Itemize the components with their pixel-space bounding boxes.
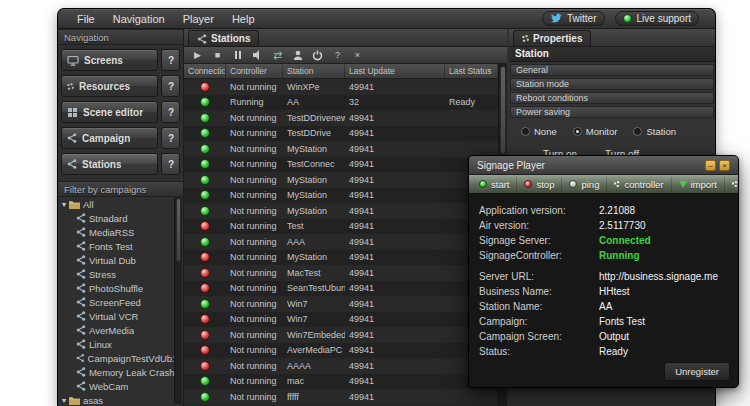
campaign-item-icon — [76, 339, 86, 349]
menu-help[interactable]: Help — [223, 13, 264, 25]
tree-item[interactable]: ▾ CampaignTestVdUb123 — [58, 351, 174, 365]
menu-player[interactable]: Player — [174, 13, 223, 25]
window-close-button[interactable]: × — [719, 160, 730, 171]
col-connection[interactable]: Connection — [184, 64, 226, 78]
volume-button[interactable] — [249, 49, 266, 62]
sidebar-item-scene-editor[interactable]: Scene editor — [61, 101, 158, 123]
stop-button[interactable]: ■ — [209, 49, 226, 62]
table-row[interactable]: Not running Win7 49941 — [184, 296, 498, 312]
col-controller[interactable]: Controller — [226, 64, 283, 78]
table-row[interactable]: Not running MyStation 49941 — [184, 188, 498, 204]
tree-item[interactable]: ▾ Stnadard — [58, 211, 174, 225]
table-row[interactable]: Not running fffff 49941 — [184, 389, 498, 405]
sidebar-item-resources[interactable]: Resources — [61, 75, 158, 97]
player-toolbar-button[interactable]: controller — [607, 177, 671, 192]
tree-item[interactable]: ▾ MediaRSS — [58, 225, 174, 239]
table-row[interactable]: Not running Test 49941 — [184, 219, 498, 235]
tree-item[interactable]: ▾ Virtual VCR — [58, 309, 174, 323]
scrollbar-thumb[interactable] — [500, 66, 506, 154]
accordion-section[interactable]: Power saving — [510, 106, 714, 118]
tree-item[interactable]: ▾ Stress — [58, 267, 174, 281]
player-toolbar-button[interactable]: stop — [517, 177, 562, 192]
menu-navigation[interactable]: Navigation — [104, 13, 174, 25]
player-field-value: Output — [599, 331, 629, 342]
tree-item[interactable]: ▾ Memory Leak Crash — [58, 365, 174, 379]
col-last-status[interactable]: Last Status — [445, 64, 498, 78]
last-update-cell: 49941 — [345, 283, 445, 293]
tree-item[interactable]: ▾ All — [58, 197, 174, 211]
accordion-section[interactable]: Reboot conditions — [510, 92, 714, 104]
table-row[interactable]: Not running AverMediaPC 49941 — [184, 343, 498, 359]
unregister-button[interactable]: Unregister — [664, 362, 730, 381]
pause-button[interactable] — [229, 49, 246, 62]
table-row[interactable]: Not running MyStation 49941 — [184, 172, 498, 188]
tree-item[interactable]: ▾ Virtual Dub — [58, 253, 174, 267]
table-row[interactable]: Running AA 32 Ready — [184, 95, 498, 111]
sidebar-item-screens[interactable]: Screens — [61, 49, 158, 71]
radio-option[interactable]: Monitor — [573, 126, 618, 137]
col-last-update[interactable]: Last Update — [345, 64, 445, 78]
station-cell: MyStation — [283, 175, 345, 185]
sidebar-item-stations[interactable]: Stations — [61, 153, 158, 175]
play-button[interactable]: ▶ — [189, 49, 206, 62]
table-row[interactable]: Not running Win7Embeded 49941 — [184, 327, 498, 343]
table-row[interactable]: Not running MyStation 49941 — [184, 141, 498, 157]
tree-item[interactable]: ▾ ScreenFeed — [58, 295, 174, 309]
controller-cell: Not running — [226, 221, 283, 231]
minimize-button[interactable]: – — [705, 160, 716, 171]
tree-item[interactable]: ▾ Linux — [58, 337, 174, 351]
tab-stations[interactable]: Stations — [188, 30, 259, 46]
accordion-section[interactable]: Station mode — [510, 78, 714, 90]
player-toolbar-button[interactable]: import — [672, 177, 725, 192]
connection-cell — [184, 314, 226, 324]
table-row[interactable]: Not running mac 49941 — [184, 374, 498, 390]
table-row[interactable]: Not running TestDDrivenew 49941 — [184, 110, 498, 126]
help-button[interactable]: ? — [329, 49, 346, 62]
campaign-item-icon — [76, 269, 86, 279]
sidebar-item-campaign[interactable]: Campaign — [61, 127, 158, 149]
tree-scrollbar[interactable] — [174, 197, 182, 404]
radio-option[interactable]: Station — [633, 126, 676, 137]
player-field-label: Station Name: — [479, 301, 599, 312]
table-row[interactable]: Not running MacTest 49941 — [184, 265, 498, 281]
player-toolbar-button[interactable]: start — [472, 177, 517, 192]
power-button[interactable] — [309, 49, 326, 62]
connection-status-icon — [200, 252, 210, 262]
player-titlebar[interactable]: Signage Player – × — [469, 156, 738, 175]
tab-properties[interactable]: Properties — [513, 30, 591, 46]
table-row[interactable]: Not running Win7 49941 — [184, 312, 498, 328]
live-support-button[interactable]: Live support — [615, 11, 699, 26]
user-button[interactable] — [289, 49, 306, 62]
scene-editor-help-button[interactable]: ? — [161, 101, 180, 123]
twitter-button[interactable]: Twitter — [542, 11, 604, 26]
table-row[interactable]: Not running SeanTestUbuntu 49941 — [184, 281, 498, 297]
player-toolbar-button[interactable]: setting — [725, 177, 739, 192]
table-row[interactable]: Not running AAAA 49941 — [184, 358, 498, 374]
player-field-label: Server URL: — [479, 271, 599, 282]
tree-item[interactable]: ▾ Fonts Test — [58, 239, 174, 253]
tree-item[interactable]: ▾ PhotoShuffle — [58, 281, 174, 295]
tree-item-label: Linux — [89, 339, 112, 350]
accordion-section[interactable]: General — [510, 64, 714, 76]
close-button[interactable]: × — [349, 49, 366, 62]
table-row[interactable]: Not running MyStation 49941 — [184, 250, 498, 266]
col-station[interactable]: Station — [283, 64, 345, 78]
menu-file[interactable]: File — [68, 13, 104, 25]
table-row[interactable]: Not running MyStation 49941 — [184, 203, 498, 219]
scrollbar-thumb[interactable] — [176, 198, 181, 262]
tree-item[interactable]: ▾ AverMedia — [58, 323, 174, 337]
table-row[interactable]: Not running WinXPe 49941 — [184, 79, 498, 95]
campaign-help-button[interactable]: ? — [161, 127, 180, 149]
table-row[interactable]: Not running TestConnec 49941 — [184, 157, 498, 173]
refresh-button[interactable]: ⇄ — [269, 49, 286, 62]
stations-help-button[interactable]: ? — [161, 153, 180, 175]
screens-help-button[interactable]: ? — [161, 49, 180, 71]
radio-option[interactable]: None — [521, 126, 557, 137]
tree-item[interactable]: ▾ asas — [58, 393, 174, 406]
player-toolbar-button[interactable]: ping — [562, 177, 607, 192]
tree-item[interactable]: ▾ WebCam — [58, 379, 174, 393]
resources-help-button[interactable]: ? — [161, 75, 180, 97]
table-row[interactable]: Not running TestDDrive 49941 — [184, 126, 498, 142]
connection-cell — [184, 144, 226, 154]
table-row[interactable]: Not running AAA 49941 — [184, 234, 498, 250]
